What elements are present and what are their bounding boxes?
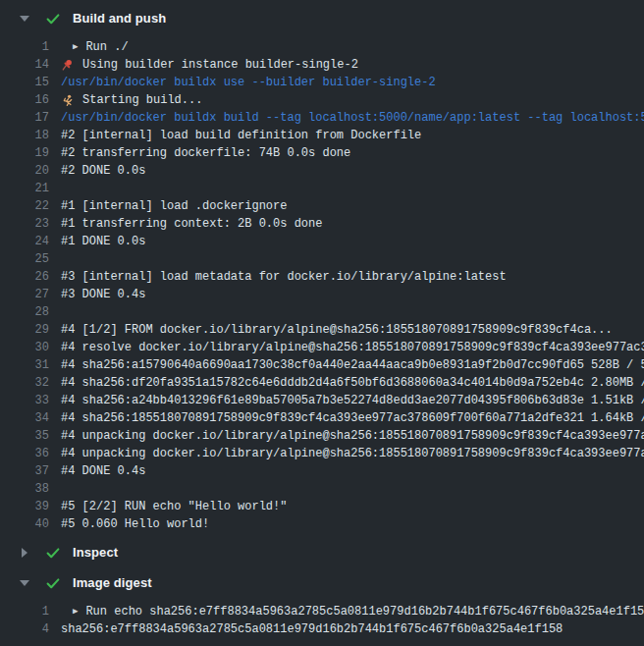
line-number[interactable]: 30 bbox=[0, 341, 49, 354]
line-content: #2 [internal] load build definition from… bbox=[61, 129, 421, 142]
line-number[interactable]: 39 bbox=[0, 500, 49, 513]
line-content: /usr/bin/docker buildx use --builder bui… bbox=[61, 76, 436, 89]
line-number[interactable]: 17 bbox=[0, 111, 49, 125]
line-text: #2 transferring dockerfile: 74B 0.0s don… bbox=[61, 146, 350, 160]
line-text: /usr/bin/docker buildx build --tag local… bbox=[61, 111, 644, 125]
line-number[interactable]: 33 bbox=[0, 394, 49, 407]
log-section: Inspect bbox=[0, 537, 644, 567]
log-line: 36 #4 unpacking docker.io/library/alpine… bbox=[0, 445, 644, 462]
line-number[interactable]: 38 bbox=[0, 482, 49, 496]
log-line: 28 bbox=[0, 303, 644, 321]
line-text: #2 [internal] load build definition from… bbox=[61, 129, 421, 142]
line-text: sha256:e7ff8834a5963a2785c5a0811e979d16b… bbox=[61, 622, 563, 636]
line-number[interactable]: 26 bbox=[0, 270, 49, 284]
line-content: Using builder instance builder-single-2 bbox=[61, 58, 358, 72]
chevron-right-icon[interactable] bbox=[20, 547, 31, 559]
line-number[interactable]: 15 bbox=[0, 76, 49, 89]
log-line: 34 #4 sha256:185518070891758909c9f839cf4… bbox=[0, 409, 644, 427]
line-content: #5 0.060 Hello world! bbox=[61, 517, 209, 531]
line-number[interactable]: 1 bbox=[0, 40, 49, 54]
line-content: #4 unpacking docker.io/library/alpine@sh… bbox=[61, 447, 644, 460]
line-content: sha256:e7ff8834a5963a2785c5a0811e979d16b… bbox=[61, 622, 563, 636]
section-lines: 1 Run echo sha256:e7ff8834a5963a2785c5a0… bbox=[0, 603, 644, 638]
line-text: Starting build... bbox=[82, 93, 202, 107]
line-content: #5 [2/2] RUN echo "Hello world!" bbox=[61, 500, 287, 513]
line-number[interactable]: 19 bbox=[0, 146, 49, 160]
line-content: #4 sha256:185518070891758909c9f839cf4ca3… bbox=[61, 411, 644, 425]
line-content: #3 DONE 0.4s bbox=[61, 288, 145, 301]
log-line: 18 #2 [internal] load build definition f… bbox=[0, 127, 644, 144]
line-number[interactable]: 20 bbox=[0, 164, 49, 178]
section-header[interactable]: Build and push bbox=[0, 3, 644, 33]
line-number[interactable]: 4 bbox=[0, 622, 49, 636]
line-number[interactable]: 28 bbox=[0, 305, 49, 319]
line-number[interactable]: 34 bbox=[0, 411, 49, 425]
line-text: #4 unpacking docker.io/library/alpine@sh… bbox=[61, 429, 644, 443]
line-content: #4 sha256:df20fa9351a15782c64e6dddb2d4a6… bbox=[61, 376, 644, 390]
line-number[interactable]: 14 bbox=[0, 58, 49, 72]
line-number[interactable]: 32 bbox=[0, 376, 49, 390]
line-number[interactable]: 36 bbox=[0, 447, 49, 460]
log-line: 4 sha256:e7ff8834a5963a2785c5a0811e979d1… bbox=[0, 620, 644, 638]
section-title: Build and push bbox=[73, 11, 166, 26]
line-text: /usr/bin/docker buildx use --builder bui… bbox=[61, 76, 436, 89]
line-content: Run ./ bbox=[61, 38, 129, 56]
run-expand-icon[interactable] bbox=[73, 38, 78, 56]
line-text: #5 [2/2] RUN echo "Hello world!" bbox=[61, 500, 287, 513]
section-lines: 1 Run ./ 14 Using builder instance build… bbox=[0, 38, 644, 533]
log-line: 14 Using builder instance builder-single… bbox=[0, 56, 644, 74]
line-content: /usr/bin/docker buildx build --tag local… bbox=[61, 111, 644, 125]
line-text: #4 unpacking docker.io/library/alpine@sh… bbox=[61, 447, 644, 460]
line-number[interactable]: 40 bbox=[0, 517, 49, 531]
log-line: 1 Run echo sha256:e7ff8834a5963a2785c5a0… bbox=[0, 603, 644, 620]
line-number[interactable]: 23 bbox=[0, 217, 49, 231]
line-content: Starting build... bbox=[61, 93, 202, 107]
line-content: Run echo sha256:e7ff8834a5963a2785c5a081… bbox=[61, 603, 644, 620]
log-line: 39 #5 [2/2] RUN echo "Hello world!" bbox=[0, 498, 644, 515]
line-content: #3 [internal] load metadata for docker.i… bbox=[61, 270, 507, 284]
run-expand-icon[interactable] bbox=[73, 603, 78, 620]
section-header[interactable]: Inspect bbox=[0, 537, 644, 567]
log-line: 29 #4 [1/2] FROM docker.io/library/alpin… bbox=[0, 321, 644, 339]
workflow-log-viewer: Build and push 1 Run ./ 14 Using builder… bbox=[0, 3, 644, 638]
line-text: #4 sha256:df20fa9351a15782c64e6dddb2d4a6… bbox=[61, 376, 644, 390]
line-text: #4 DONE 0.4s bbox=[61, 464, 145, 478]
line-text: #4 sha256:a15790640a6690aa1730c38cf0a440… bbox=[61, 358, 644, 372]
line-number[interactable]: 1 bbox=[0, 605, 49, 619]
line-number[interactable]: 22 bbox=[0, 199, 49, 213]
log-line: 22 #1 [internal] load .dockerignore bbox=[0, 197, 644, 215]
runner-icon bbox=[61, 94, 74, 107]
line-text: Using builder instance builder-single-2 bbox=[82, 58, 358, 72]
chevron-down-icon[interactable] bbox=[20, 577, 31, 589]
section-title: Inspect bbox=[73, 545, 118, 560]
line-number[interactable]: 16 bbox=[0, 93, 49, 107]
line-number[interactable]: 25 bbox=[0, 252, 49, 266]
line-content: #4 DONE 0.4s bbox=[61, 464, 145, 478]
line-number[interactable]: 27 bbox=[0, 288, 49, 301]
log-line: 26 #3 [internal] load metadata for docke… bbox=[0, 268, 644, 286]
line-number[interactable]: 29 bbox=[0, 323, 49, 337]
log-line: 30 #4 resolve docker.io/library/alpine@s… bbox=[0, 339, 644, 356]
pushpin-icon bbox=[61, 59, 74, 72]
log-line: 27 #3 DONE 0.4s bbox=[0, 286, 644, 303]
line-number[interactable]: 31 bbox=[0, 358, 49, 372]
line-number[interactable]: 18 bbox=[0, 129, 49, 142]
line-content: #2 transferring dockerfile: 74B 0.0s don… bbox=[61, 146, 350, 160]
line-text: #3 [internal] load metadata for docker.i… bbox=[61, 270, 507, 284]
check-icon bbox=[45, 575, 61, 591]
line-number[interactable]: 21 bbox=[0, 182, 49, 195]
log-line: 24 #1 DONE 0.0s bbox=[0, 233, 644, 250]
line-text: #4 sha256:185518070891758909c9f839cf4ca3… bbox=[61, 411, 644, 425]
line-number[interactable]: 35 bbox=[0, 429, 49, 443]
line-number[interactable]: 37 bbox=[0, 464, 49, 478]
log-line: 20 #2 DONE 0.0s bbox=[0, 162, 644, 180]
log-line: 25 bbox=[0, 250, 644, 268]
line-text: #3 DONE 0.4s bbox=[61, 288, 145, 301]
chevron-down-icon[interactable] bbox=[20, 13, 31, 25]
log-section: Image digest 1 Run echo sha256:e7ff8834a… bbox=[0, 567, 644, 638]
log-line: 15 /usr/bin/docker buildx use --builder … bbox=[0, 74, 644, 91]
section-header[interactable]: Image digest bbox=[0, 567, 644, 598]
log-line: 33 #4 sha256:a24bb4013296f61e89ba57005a7… bbox=[0, 392, 644, 409]
line-number[interactable]: 24 bbox=[0, 235, 49, 248]
check-icon bbox=[45, 545, 61, 561]
